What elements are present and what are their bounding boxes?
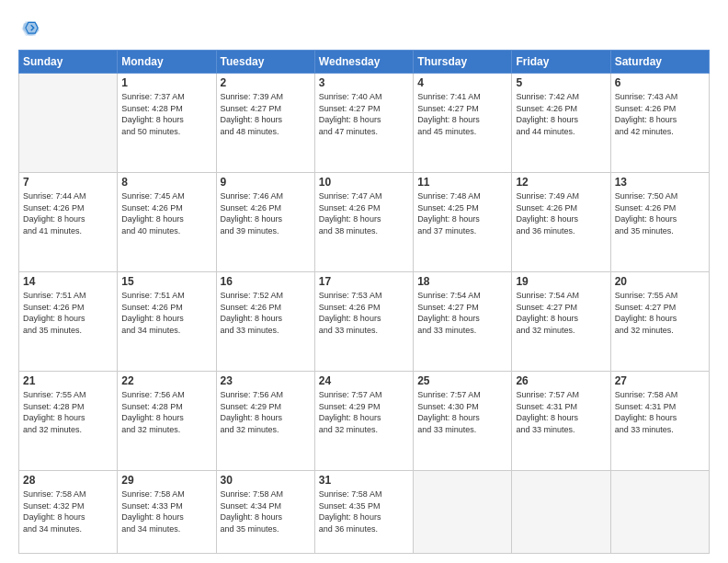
- day-number: 13: [615, 176, 705, 189]
- calendar-cell: 22Sunrise: 7:56 AMSunset: 4:28 PMDayligh…: [118, 371, 216, 470]
- day-info: Sunrise: 7:50 AMSunset: 4:26 PMDaylight:…: [615, 190, 705, 236]
- day-number: 27: [615, 374, 705, 387]
- calendar-week-row: 28Sunrise: 7:58 AMSunset: 4:32 PMDayligh…: [19, 470, 710, 553]
- day-info: Sunrise: 7:58 AMSunset: 4:33 PMDaylight:…: [121, 488, 211, 534]
- calendar-cell: 13Sunrise: 7:50 AMSunset: 4:26 PMDayligh…: [610, 172, 709, 271]
- calendar-cell: [414, 470, 512, 553]
- day-number: 4: [417, 76, 507, 89]
- day-number: 9: [221, 176, 311, 189]
- day-number: 1: [121, 76, 211, 89]
- calendar-cell: 31Sunrise: 7:58 AMSunset: 4:35 PMDayligh…: [314, 470, 413, 553]
- day-info: Sunrise: 7:58 AMSunset: 4:35 PMDaylight:…: [319, 488, 409, 534]
- weekday-header: Tuesday: [216, 51, 314, 74]
- day-number: 24: [319, 374, 409, 387]
- day-info: Sunrise: 7:43 AMSunset: 4:26 PMDaylight:…: [615, 91, 705, 137]
- day-info: Sunrise: 7:56 AMSunset: 4:28 PMDaylight:…: [121, 389, 211, 435]
- day-info: Sunrise: 7:42 AMSunset: 4:26 PMDaylight:…: [516, 91, 606, 137]
- day-info: Sunrise: 7:44 AMSunset: 4:26 PMDaylight:…: [23, 190, 113, 236]
- logo: [18, 20, 44, 42]
- calendar-cell: 4Sunrise: 7:41 AMSunset: 4:27 PMDaylight…: [414, 74, 512, 173]
- calendar-cell: [610, 470, 709, 553]
- calendar-cell: 8Sunrise: 7:45 AMSunset: 4:26 PMDaylight…: [118, 172, 216, 271]
- day-info: Sunrise: 7:51 AMSunset: 4:26 PMDaylight:…: [121, 290, 211, 336]
- day-info: Sunrise: 7:54 AMSunset: 4:27 PMDaylight:…: [516, 290, 606, 336]
- header: [18, 17, 710, 42]
- day-number: 16: [221, 275, 311, 288]
- day-info: Sunrise: 7:58 AMSunset: 4:32 PMDaylight:…: [23, 488, 113, 534]
- calendar-cell: 21Sunrise: 7:55 AMSunset: 4:28 PMDayligh…: [19, 371, 118, 470]
- day-number: 25: [417, 374, 507, 387]
- day-number: 31: [319, 474, 409, 487]
- calendar-cell: 6Sunrise: 7:43 AMSunset: 4:26 PMDaylight…: [610, 74, 709, 173]
- day-info: Sunrise: 7:53 AMSunset: 4:26 PMDaylight:…: [319, 290, 409, 336]
- day-number: 17: [319, 275, 409, 288]
- day-info: Sunrise: 7:56 AMSunset: 4:29 PMDaylight:…: [221, 389, 311, 435]
- day-number: 26: [516, 374, 606, 387]
- day-info: Sunrise: 7:39 AMSunset: 4:27 PMDaylight:…: [221, 91, 311, 137]
- day-info: Sunrise: 7:52 AMSunset: 4:26 PMDaylight:…: [221, 290, 311, 336]
- calendar-cell: 27Sunrise: 7:58 AMSunset: 4:31 PMDayligh…: [610, 371, 709, 470]
- calendar-cell: 11Sunrise: 7:48 AMSunset: 4:25 PMDayligh…: [414, 172, 512, 271]
- calendar-cell: 15Sunrise: 7:51 AMSunset: 4:26 PMDayligh…: [118, 271, 216, 371]
- calendar-cell: 10Sunrise: 7:47 AMSunset: 4:26 PMDayligh…: [314, 172, 413, 271]
- day-info: Sunrise: 7:55 AMSunset: 4:28 PMDaylight:…: [23, 389, 113, 435]
- page: SundayMondayTuesdayWednesdayThursdayFrid…: [0, 0, 728, 563]
- calendar-cell: 18Sunrise: 7:54 AMSunset: 4:27 PMDayligh…: [414, 271, 512, 371]
- day-number: 22: [121, 374, 211, 387]
- calendar-header-row: SundayMondayTuesdayWednesdayThursdayFrid…: [19, 51, 710, 74]
- day-info: Sunrise: 7:40 AMSunset: 4:27 PMDaylight:…: [319, 91, 409, 137]
- day-number: 21: [23, 374, 113, 387]
- calendar-cell: 7Sunrise: 7:44 AMSunset: 4:26 PMDaylight…: [19, 172, 118, 271]
- day-number: 12: [516, 176, 606, 189]
- day-info: Sunrise: 7:57 AMSunset: 4:29 PMDaylight:…: [319, 389, 409, 435]
- day-number: 5: [516, 76, 606, 89]
- day-number: 7: [23, 176, 113, 189]
- calendar-cell: 1Sunrise: 7:37 AMSunset: 4:28 PMDaylight…: [118, 74, 216, 173]
- calendar-cell: 28Sunrise: 7:58 AMSunset: 4:32 PMDayligh…: [19, 470, 118, 553]
- calendar-cell: 16Sunrise: 7:52 AMSunset: 4:26 PMDayligh…: [216, 271, 314, 371]
- day-info: Sunrise: 7:58 AMSunset: 4:34 PMDaylight:…: [221, 488, 311, 534]
- weekday-header: Friday: [512, 51, 610, 74]
- calendar-cell: 19Sunrise: 7:54 AMSunset: 4:27 PMDayligh…: [512, 271, 610, 371]
- day-number: 10: [319, 176, 409, 189]
- calendar-week-row: 21Sunrise: 7:55 AMSunset: 4:28 PMDayligh…: [19, 371, 710, 470]
- day-info: Sunrise: 7:46 AMSunset: 4:26 PMDaylight:…: [221, 190, 311, 236]
- day-number: 20: [615, 275, 705, 288]
- calendar-cell: 5Sunrise: 7:42 AMSunset: 4:26 PMDaylight…: [512, 74, 610, 173]
- day-number: 15: [121, 275, 211, 288]
- weekday-header: Thursday: [414, 51, 512, 74]
- day-info: Sunrise: 7:57 AMSunset: 4:30 PMDaylight:…: [417, 389, 507, 435]
- calendar-cell: 2Sunrise: 7:39 AMSunset: 4:27 PMDaylight…: [216, 74, 314, 173]
- calendar-cell: 20Sunrise: 7:55 AMSunset: 4:27 PMDayligh…: [610, 271, 709, 371]
- weekday-header: Monday: [118, 51, 216, 74]
- weekday-header: Sunday: [19, 51, 118, 74]
- calendar-cell: 30Sunrise: 7:58 AMSunset: 4:34 PMDayligh…: [216, 470, 314, 553]
- day-number: 18: [417, 275, 507, 288]
- day-info: Sunrise: 7:47 AMSunset: 4:26 PMDaylight:…: [319, 190, 409, 236]
- day-number: 11: [417, 176, 507, 189]
- day-info: Sunrise: 7:49 AMSunset: 4:26 PMDaylight:…: [516, 190, 606, 236]
- day-info: Sunrise: 7:55 AMSunset: 4:27 PMDaylight:…: [615, 290, 705, 336]
- calendar-cell: 24Sunrise: 7:57 AMSunset: 4:29 PMDayligh…: [314, 371, 413, 470]
- calendar-week-row: 7Sunrise: 7:44 AMSunset: 4:26 PMDaylight…: [19, 172, 710, 271]
- calendar-cell: 3Sunrise: 7:40 AMSunset: 4:27 PMDaylight…: [314, 74, 413, 173]
- calendar-cell: 26Sunrise: 7:57 AMSunset: 4:31 PMDayligh…: [512, 371, 610, 470]
- calendar-week-row: 1Sunrise: 7:37 AMSunset: 4:28 PMDaylight…: [19, 74, 710, 173]
- day-info: Sunrise: 7:48 AMSunset: 4:25 PMDaylight:…: [417, 190, 507, 236]
- calendar-cell: 17Sunrise: 7:53 AMSunset: 4:26 PMDayligh…: [314, 271, 413, 371]
- day-info: Sunrise: 7:51 AMSunset: 4:26 PMDaylight:…: [23, 290, 113, 336]
- calendar-cell: 14Sunrise: 7:51 AMSunset: 4:26 PMDayligh…: [19, 271, 118, 371]
- calendar-cell: 25Sunrise: 7:57 AMSunset: 4:30 PMDayligh…: [414, 371, 512, 470]
- day-number: 2: [221, 76, 311, 89]
- day-number: 30: [221, 474, 311, 487]
- calendar-cell: 23Sunrise: 7:56 AMSunset: 4:29 PMDayligh…: [216, 371, 314, 470]
- day-number: 6: [615, 76, 705, 89]
- day-number: 19: [516, 275, 606, 288]
- day-number: 3: [319, 76, 409, 89]
- day-info: Sunrise: 7:58 AMSunset: 4:31 PMDaylight:…: [615, 389, 705, 435]
- calendar-cell: [512, 470, 610, 553]
- calendar-cell: 29Sunrise: 7:58 AMSunset: 4:33 PMDayligh…: [118, 470, 216, 553]
- day-info: Sunrise: 7:54 AMSunset: 4:27 PMDaylight:…: [417, 290, 507, 336]
- logo-icon: [20, 18, 40, 39]
- calendar-cell: [19, 74, 118, 173]
